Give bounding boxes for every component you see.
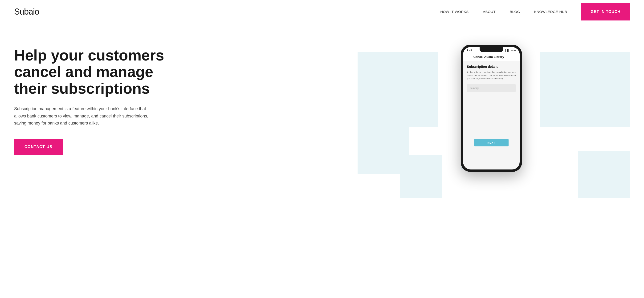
nav-item-how-it-works[interactable]: HOW IT WORKS xyxy=(440,10,469,14)
subscription-details-title: Subscription details xyxy=(467,65,516,68)
bg-square-4 xyxy=(400,155,442,198)
nav-item-blog[interactable]: BLOG xyxy=(510,10,520,14)
nav-item-knowledge-hub[interactable]: KNOWLEDGE HUB xyxy=(534,10,567,14)
nav-item-about[interactable]: ABOUT xyxy=(483,10,496,14)
hero-section: Help your customers cancel and manage th… xyxy=(0,23,644,198)
phone-screen-title: Cancel Audio Library xyxy=(474,55,504,59)
get-in-touch-button[interactable]: GET IN TOUCH xyxy=(581,3,630,20)
hero-title: Help your customers cancel and manage th… xyxy=(14,47,179,97)
nav-link-how-it-works[interactable]: HOW IT WORKS xyxy=(440,10,469,14)
hero-right: 9:41 ▌▌▌ ≋ ▬ ← Cancel Audio Library xyxy=(353,38,630,198)
phone-body: Subscription details To be able to compl… xyxy=(463,61,520,150)
subscription-details-text: To be able to complete the cancellation … xyxy=(467,71,516,80)
nav-link-blog[interactable]: BLOG xyxy=(510,10,520,14)
email-input-field[interactable]: demo@ xyxy=(467,84,516,92)
bg-square-5 xyxy=(540,52,630,127)
nav-cta-item: GET IN TOUCH xyxy=(581,3,630,20)
next-button[interactable]: NEXT xyxy=(474,139,508,146)
phone-app-header: ← Cancel Audio Library xyxy=(463,53,520,61)
phone-outer: 9:41 ▌▌▌ ≋ ▬ ← Cancel Audio Library xyxy=(461,45,522,172)
wifi-icon: ≋ xyxy=(511,49,513,51)
phone-mockup: 9:41 ▌▌▌ ≋ ▬ ← Cancel Audio Library xyxy=(461,45,522,172)
nav-links: HOW IT WORKS ABOUT BLOG KNOWLEDGE HUB GE… xyxy=(440,3,630,20)
phone-notch xyxy=(480,47,503,52)
status-icons: ▌▌▌ ≋ ▬ xyxy=(506,49,516,51)
battery-icon: ▬ xyxy=(514,49,516,51)
nav-link-about[interactable]: ABOUT xyxy=(483,10,496,14)
hero-description: Subscription management is a feature wit… xyxy=(14,105,156,127)
nav-link-knowledge-hub[interactable]: KNOWLEDGE HUB xyxy=(534,10,567,14)
signal-icon: ▌▌▌ xyxy=(506,49,510,51)
phone-screen: 9:41 ▌▌▌ ≋ ▬ ← Cancel Audio Library xyxy=(463,47,520,169)
bg-square-1 xyxy=(358,52,438,127)
hero-left: Help your customers cancel and manage th… xyxy=(14,38,353,155)
status-time: 9:41 xyxy=(467,49,472,52)
back-arrow-icon[interactable]: ← xyxy=(467,55,471,59)
brand-logo[interactable]: Subaio xyxy=(14,7,39,17)
navigation: Subaio HOW IT WORKS ABOUT BLOG KNOWLEDGE… xyxy=(0,0,644,23)
bg-square-6 xyxy=(578,151,630,198)
contact-us-button[interactable]: CONTACT US xyxy=(14,139,63,155)
